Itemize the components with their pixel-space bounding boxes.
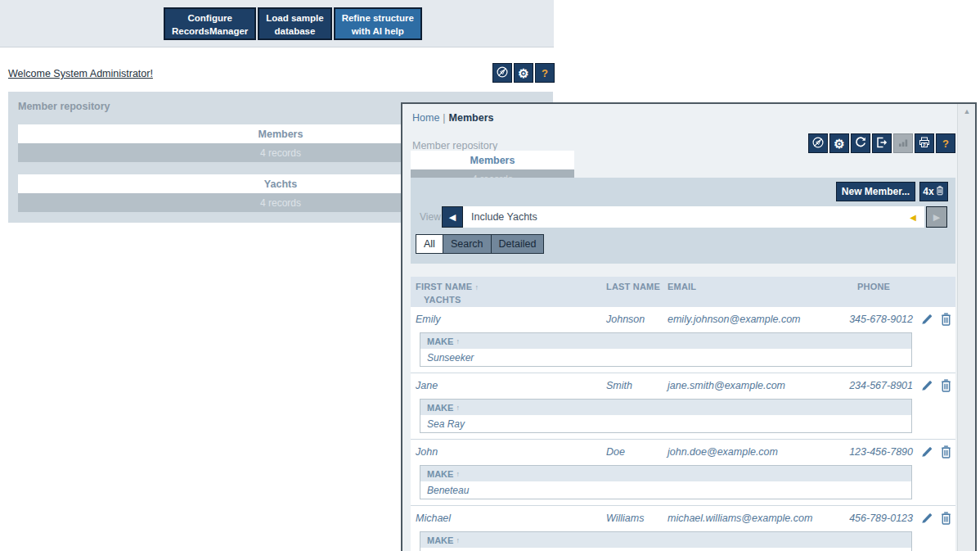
repository-title: Member repository <box>18 101 110 112</box>
cell-email: michael.williams@example.com <box>668 513 812 524</box>
screen: ConfigureRecordsManager Load sampledatab… <box>0 0 980 551</box>
button-label-line: Configure <box>188 13 232 23</box>
members-table: FIRST NAME ↑ YACHTS LAST NAME EMAIL PHON… <box>411 277 955 551</box>
delete-record-button[interactable] <box>939 445 953 458</box>
scroll-up-icon[interactable]: ▲ <box>958 107 976 115</box>
breadcrumb-current: Members <box>449 112 494 124</box>
member-record[interactable]: Jane Smith jane.smith@example.com 234-56… <box>411 373 955 399</box>
yachts-subtable: MAKE ↑ Sunseeker <box>420 332 912 367</box>
table-row: Jane Smith jane.smith@example.com 234-56… <box>411 373 955 440</box>
home-top-toolbar: ConfigureRecordsManager Load sampledatab… <box>0 0 554 47</box>
cell-email: jane.smith@example.com <box>668 380 785 391</box>
subtable-header-make[interactable]: MAKE ↑ <box>420 333 911 349</box>
delete-record-button[interactable] <box>939 511 953 525</box>
view-value-field[interactable]: Include Yachts ◀ <box>463 206 924 228</box>
cell-last-name: Johnson <box>606 314 645 325</box>
view-next-button[interactable]: ▶ <box>926 206 947 228</box>
vertical-scrollbar[interactable]: ▲ <box>957 104 975 551</box>
member-record[interactable]: John Doe john.doe@example.com 123-456-78… <box>411 440 955 465</box>
configure-recordsmanager-button[interactable]: ConfigureRecordsManager <box>164 7 256 40</box>
edit-record-button[interactable] <box>920 445 934 458</box>
delete-count-label: 4x <box>923 186 933 197</box>
view-value: Include Yachts <box>471 211 537 223</box>
button-label-line: Refine structure <box>342 13 414 23</box>
refresh-button[interactable] <box>851 133 870 153</box>
header-phone[interactable]: PHONE <box>857 282 890 291</box>
cell-phone: 456-789-0123 <box>849 513 913 524</box>
filter-tabs: All Search Detailed <box>416 234 544 254</box>
cell-last-name: Smith <box>606 380 632 391</box>
subtable-make-value[interactable]: Sunseeker <box>420 349 911 366</box>
header-yachts[interactable]: YACHTS <box>424 295 461 305</box>
breadcrumb-separator: | <box>439 112 448 124</box>
pencil-icon <box>922 447 932 456</box>
subtable-header-make[interactable]: MAKE ↑ <box>420 400 911 415</box>
subtable-make-value[interactable]: Sea Ray <box>420 415 911 432</box>
cell-last-name: Doe <box>606 446 625 458</box>
edit-record-button[interactable] <box>920 511 934 525</box>
export-icon <box>875 136 888 151</box>
header-email[interactable]: EMAIL <box>668 282 696 291</box>
settings-button[interactable]: ⚙ <box>514 63 533 83</box>
welcome-admin-link[interactable]: Welcome System Administrator! <box>8 68 153 79</box>
sort-asc-icon: ↑ <box>456 536 460 544</box>
gear-icon: ⚙ <box>834 138 844 150</box>
network-status-icon <box>496 65 509 81</box>
subtable-make-value[interactable] <box>420 548 911 551</box>
members-table-tab[interactable]: Members <box>411 151 574 169</box>
tab-search[interactable]: Search <box>443 234 492 254</box>
header-label: MAKE <box>427 469 453 479</box>
new-member-button[interactable]: New Member... <box>836 182 915 201</box>
table-row: John Doe john.doe@example.com 123-456-78… <box>411 440 955 506</box>
settings-button[interactable]: ⚙ <box>829 133 849 153</box>
gear-icon: ⚙ <box>518 67 528 79</box>
cell-phone: 345-678-9012 <box>849 314 913 325</box>
button-label-line: Load sample <box>266 13 323 23</box>
network-status-button[interactable] <box>808 133 828 153</box>
sort-asc-icon: ↑ <box>456 404 460 412</box>
header-last-name[interactable]: LAST NAME <box>606 282 660 291</box>
member-record[interactable]: Michael Williams michael.williams@exampl… <box>411 506 955 531</box>
breadcrumb-home-link[interactable]: Home <box>412 112 439 124</box>
tab-all[interactable]: All <box>416 234 443 254</box>
sort-asc-icon: ↑ <box>475 283 479 291</box>
button-label-line: database <box>275 26 316 36</box>
subtable-header-make[interactable]: MAKE ↑ <box>420 532 911 548</box>
pencil-icon <box>922 513 932 522</box>
help-button[interactable]: ? <box>535 63 555 83</box>
view-prev-button[interactable]: ◀ <box>442 206 463 228</box>
refine-structure-ai-button[interactable]: Refine structurewith AI help <box>334 7 422 40</box>
button-label-line: with AI help <box>352 26 404 36</box>
print-icon: P <box>918 136 931 151</box>
subtable-make-value[interactable]: Beneteau <box>420 481 911 499</box>
table-row: Emily Johnson emily.johnson@example.com … <box>411 307 955 373</box>
table-row: Michael Williams michael.williams@exampl… <box>411 506 955 551</box>
header-first-name[interactable]: FIRST NAME ↑ <box>416 282 479 291</box>
chart-button <box>893 133 913 153</box>
view-label: View <box>420 211 441 223</box>
table-header: FIRST NAME ↑ YACHTS LAST NAME EMAIL PHON… <box>411 277 955 307</box>
export-button[interactable] <box>872 133 892 153</box>
network-status-button[interactable] <box>492 63 512 83</box>
cell-last-name: Williams <box>606 513 644 524</box>
member-record[interactable]: Emily Johnson emily.johnson@example.com … <box>411 307 955 332</box>
breadcrumb: Home|Members <box>412 112 493 124</box>
window-icon-toolbar: ⚙ <box>808 133 955 153</box>
delete-selected-button[interactable]: 4x <box>919 182 948 201</box>
subtable-header-make[interactable]: MAKE ↑ <box>420 466 911 481</box>
header-label: FIRST NAME <box>416 282 472 291</box>
edit-record-button[interactable] <box>920 312 934 326</box>
load-sample-database-button[interactable]: Load sampledatabase <box>258 7 331 40</box>
edit-record-button[interactable] <box>920 378 934 392</box>
tab-detailed[interactable]: Detailed <box>492 234 545 254</box>
yachts-subtable: MAKE ↑ Sea Ray <box>420 399 912 433</box>
help-button[interactable]: ? <box>936 133 955 153</box>
cell-first-name: Jane <box>416 380 438 391</box>
print-button[interactable]: P <box>915 133 934 153</box>
help-icon: ? <box>542 67 548 79</box>
cell-phone: 123-456-7890 <box>849 446 913 458</box>
delete-record-button[interactable] <box>939 312 953 326</box>
delete-record-button[interactable] <box>939 378 953 392</box>
prev-arrow-icon: ◀ <box>449 212 456 223</box>
svg-text:P: P <box>923 142 925 147</box>
